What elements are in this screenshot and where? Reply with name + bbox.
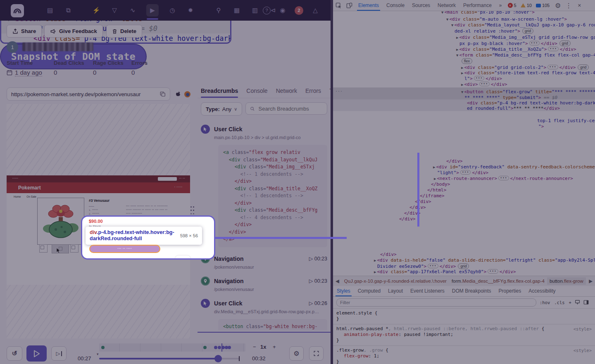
highlighted-buy-button[interactable]: *** ** ****	[89, 245, 160, 253]
inspect-tooltip: div.p-4.bg-red.text-white.hover:bg-darkR…	[86, 227, 202, 245]
inspect-tooltip-dimensions: 598 × 56	[180, 233, 198, 238]
product-price: $90.00	[89, 219, 103, 224]
dim-overlay	[0, 0, 595, 364]
inspected-element-callout: $90.00 In Stock ··· div.p-4.bg-red.text-…	[81, 215, 215, 260]
buy-button-masked-label: *** ** ****	[117, 248, 132, 250]
inspect-tooltip-selector: div.p-4.bg-red.text-white.hover:bg-darkR…	[90, 229, 176, 242]
page-feedback-pill	[175, 255, 191, 260]
annotation-connector-vertical	[417, 153, 419, 227]
annotation-connector-horizontal	[214, 237, 347, 239]
